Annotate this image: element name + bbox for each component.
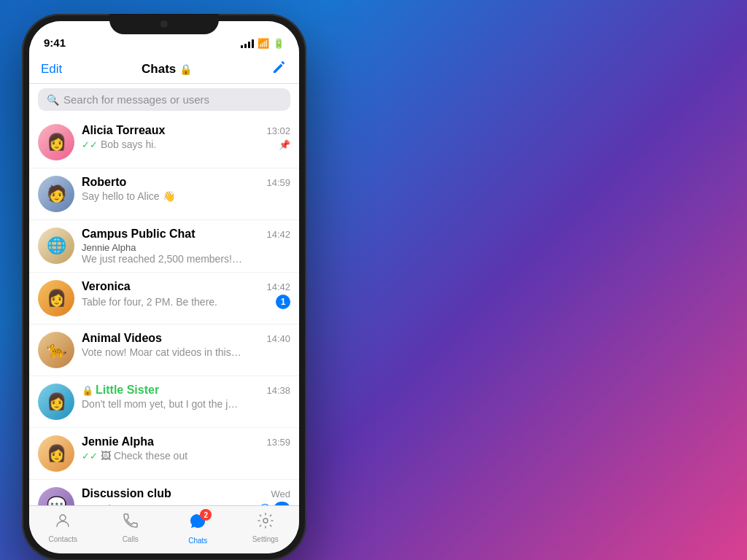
contacts-icon bbox=[54, 512, 71, 534]
chat-preview: Say hello to Alice 👋 bbox=[82, 190, 175, 202]
svg-point-0 bbox=[60, 515, 66, 521]
wifi-icon: 📶 bbox=[258, 38, 269, 49]
search-placeholder: Search for messages or users bbox=[63, 93, 209, 106]
chat-time: 14:59 bbox=[266, 177, 290, 188]
edit-button[interactable]: Edit bbox=[41, 62, 62, 77]
list-item[interactable]: 💬 Discussion club Wed Veronica @ 96 bbox=[29, 480, 299, 505]
list-item[interactable]: 🌐 Campus Public Chat 14:42 Jennie Alpha … bbox=[29, 220, 299, 273]
chat-time: 13:59 bbox=[266, 437, 290, 448]
tab-chats[interactable]: 2 Chats bbox=[164, 512, 232, 545]
chat-name: Little Sister bbox=[96, 384, 159, 397]
lock-icon: 🔒 bbox=[179, 63, 192, 75]
tab-settings-label: Settings bbox=[252, 535, 279, 543]
chat-name: Roberto bbox=[82, 176, 126, 189]
chat-time: 14:40 bbox=[266, 333, 290, 344]
list-item[interactable]: 👩 🔒 Little Sister 14:38 Don't tell mom bbox=[29, 376, 299, 428]
search-icon: 🔍 bbox=[47, 94, 59, 106]
avatar: 🐆 bbox=[38, 332, 74, 368]
read-check-icon: ✓✓ bbox=[82, 451, 98, 462]
compose-button[interactable] bbox=[271, 59, 287, 79]
chat-name: Animal Videos bbox=[82, 332, 162, 345]
tab-contacts[interactable]: Contacts bbox=[29, 512, 97, 545]
nav-bar: Edit Chats 🔒 bbox=[29, 53, 299, 84]
signal-icon bbox=[241, 39, 254, 48]
chat-time: Wed bbox=[271, 489, 291, 499]
avatar: 💬 bbox=[38, 487, 74, 505]
avatar: 👩 bbox=[38, 435, 74, 472]
search-bar: 🔍 Search for messages or users bbox=[29, 84, 299, 117]
chats-badge: 2 bbox=[200, 509, 212, 521]
chat-name: Discussion club bbox=[82, 487, 171, 500]
list-item[interactable]: 🧑 Roberto 14:59 Say hello to Alice 👋 bbox=[29, 168, 299, 220]
svg-point-1 bbox=[263, 518, 268, 523]
avatar: 🌐 bbox=[38, 228, 74, 264]
chat-list: 👩 Alicia Torreaux 13:02 ✓✓ Bob says hi. bbox=[29, 117, 299, 505]
calls-icon bbox=[122, 512, 139, 534]
tab-bar: Contacts Calls bbox=[29, 505, 299, 553]
chat-name: Campus Public Chat bbox=[82, 228, 196, 241]
search-field[interactable]: 🔍 Search for messages or users bbox=[38, 88, 290, 111]
chat-name: Jennie Alpha bbox=[82, 435, 154, 448]
avatar: 👩 bbox=[38, 280, 74, 316]
list-item[interactable]: 🐆 Animal Videos 14:40 Vote now! Moar cat… bbox=[29, 324, 299, 376]
list-item[interactable]: 👩 Veronica 14:42 Table for four, 2 PM. B… bbox=[29, 273, 299, 324]
tab-calls-label: Calls bbox=[123, 535, 139, 543]
chat-preview: 🖼 Check these out bbox=[101, 450, 187, 462]
chat-preview: Table for four, 2 PM. Be there. bbox=[82, 296, 217, 308]
unread-badge: 1 bbox=[276, 295, 290, 309]
battery-icon: 🔋 bbox=[273, 38, 285, 49]
avatar: 👩 bbox=[38, 384, 74, 420]
chat-time: 14:38 bbox=[266, 385, 290, 396]
avatar: 🧑 bbox=[38, 176, 74, 212]
chat-preview: Vote now! Moar cat videos in this channe… bbox=[82, 346, 242, 358]
list-item[interactable]: 👩 Jennie Alpha 13:59 ✓✓ 🖼 Check these ou… bbox=[29, 428, 299, 480]
tab-contacts-label: Contacts bbox=[49, 535, 77, 543]
chat-preview: Bob says hi. bbox=[101, 139, 156, 150]
chat-time: 14:42 bbox=[266, 229, 290, 240]
pin-icon: 📌 bbox=[279, 139, 290, 150]
settings-icon bbox=[257, 512, 274, 534]
avatar: 👩 bbox=[38, 124, 74, 160]
chat-time: 14:42 bbox=[266, 281, 290, 292]
secret-lock-icon: 🔒 bbox=[82, 385, 93, 396]
read-check-icon: ✓✓ bbox=[82, 139, 98, 150]
nav-title: Chats 🔒 bbox=[142, 62, 192, 77]
chat-time: 13:02 bbox=[266, 125, 290, 136]
tab-settings[interactable]: Settings bbox=[232, 512, 300, 545]
status-time: 9:41 bbox=[44, 36, 66, 49]
chat-name: Veronica bbox=[82, 280, 131, 293]
phone-notch bbox=[109, 14, 219, 34]
list-item[interactable]: 👩 Alicia Torreaux 13:02 ✓✓ Bob says hi. bbox=[29, 117, 299, 168]
tab-calls[interactable]: Calls bbox=[97, 512, 165, 545]
phone-mockup: 9:41 📶 🔋 Edit bbox=[22, 14, 306, 560]
chats-icon: 2 bbox=[188, 512, 207, 535]
tab-chats-label: Chats bbox=[188, 537, 207, 545]
chat-sender: Jennie Alpha bbox=[82, 242, 290, 253]
status-icons: 📶 🔋 bbox=[241, 38, 285, 49]
chat-preview: Don't tell mom yet, but I got the job! I… bbox=[82, 398, 242, 410]
chat-name: Alicia Torreaux bbox=[82, 124, 165, 137]
chats-title: Chats bbox=[142, 62, 176, 77]
chat-preview: We just reached 2,500 members! WOO! bbox=[82, 253, 242, 265]
